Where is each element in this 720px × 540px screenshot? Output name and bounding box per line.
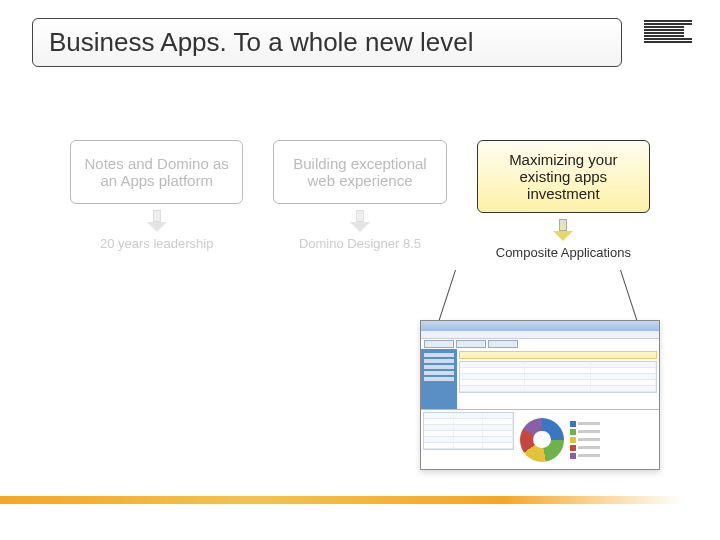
- column-3-label: Composite Applications: [477, 245, 650, 260]
- screenshot-sidebar: [421, 349, 457, 409]
- column-2-label: Domino Designer 8.5: [273, 236, 446, 251]
- arrow-down-icon: [352, 210, 368, 232]
- screenshot-lower-table: [421, 410, 516, 469]
- arrow-down-icon: [149, 210, 165, 232]
- column-3-box: Maximizing your existing apps investment: [477, 140, 650, 213]
- column-2: Building exceptional web experience Domi…: [273, 140, 446, 260]
- callout-line: [620, 270, 638, 324]
- screenshot-chart-panel: [516, 410, 659, 469]
- columns-row: Notes and Domino as an Apps platform 20 …: [70, 140, 650, 260]
- callout-line: [438, 270, 456, 324]
- pie-chart-icon: [520, 418, 564, 462]
- column-2-box: Building exceptional web experience: [273, 140, 446, 204]
- app-screenshot: [420, 320, 660, 470]
- footer-accent-bar: [0, 496, 720, 504]
- screenshot-main: [457, 349, 659, 409]
- screenshot-table: [459, 361, 657, 393]
- column-1: Notes and Domino as an Apps platform 20 …: [70, 140, 243, 260]
- ibm-logo: [644, 20, 692, 43]
- screenshot-toolbar: [421, 331, 659, 339]
- screenshot-tabs: [421, 339, 659, 349]
- column-3: Maximizing your existing apps investment…: [477, 140, 650, 260]
- slide-title: Business Apps. To a whole new level: [32, 18, 622, 67]
- screenshot-titlebar: [421, 321, 659, 331]
- column-1-label: 20 years leadership: [70, 236, 243, 251]
- arrow-down-icon: [555, 219, 571, 241]
- chart-legend: [570, 421, 600, 459]
- column-1-box: Notes and Domino as an Apps platform: [70, 140, 243, 204]
